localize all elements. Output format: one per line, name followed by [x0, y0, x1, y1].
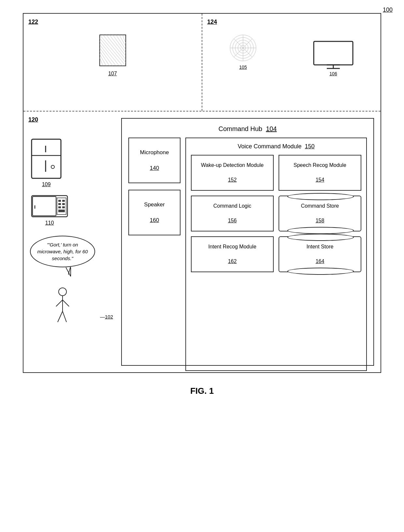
command-store-label: Command Store	[301, 202, 339, 210]
refrigerator-item: 109	[30, 138, 63, 187]
command-hub-box: Command Hub 104 Microphone 140 Speaker	[121, 118, 374, 366]
svg-line-12	[100, 48, 113, 66]
speech-text: "'Gort,' turn on microwave, high, for 60…	[37, 242, 88, 261]
ref-100: 100	[383, 7, 393, 13]
tv-ref-label: 106	[329, 71, 337, 76]
intent-recog-ref: 162	[228, 258, 237, 265]
svg-rect-29	[32, 139, 61, 178]
wakeup-label: Wake-up Detection Module	[201, 162, 264, 169]
server-rack: 107	[98, 33, 127, 77]
voice-command-module: Voice Command Module 150 Wake-up Detecti…	[185, 138, 367, 371]
microwave-ref-label: 110	[45, 220, 54, 226]
vcm-title: Voice Command Module 150	[191, 143, 361, 150]
command-store-ref: 158	[316, 217, 325, 224]
top-section: 122	[23, 14, 381, 111]
command-hub-ref: 104	[266, 125, 277, 132]
fig-label: FIG. 1	[190, 386, 214, 396]
speech-recog-ref: 154	[316, 176, 325, 184]
bubble-tail	[66, 267, 76, 277]
svg-rect-42	[58, 206, 61, 208]
intent-store-label: Intent Store	[307, 243, 334, 250]
svg-line-51	[58, 311, 63, 322]
person-figure: —102	[30, 287, 95, 326]
tv-icon	[312, 40, 354, 69]
command-logic-label: Command Logic	[213, 202, 252, 210]
speaker-device-icon	[228, 33, 258, 63]
microphone-label: Microphone	[140, 149, 169, 156]
svg-line-15	[100, 58, 103, 66]
command-hub-label-text: Command Hub	[218, 125, 262, 132]
svg-rect-38	[58, 200, 61, 202]
speaker-ref: 160	[150, 216, 159, 224]
speech-recog-label: Speech Recog Module	[294, 162, 346, 169]
svg-line-10	[100, 41, 119, 66]
tv-area: 106	[312, 40, 354, 76]
speech-recog-box: Speech Recog Module 154	[279, 155, 361, 191]
svg-line-5	[113, 35, 126, 53]
microwave-icon	[30, 194, 69, 218]
svg-rect-43	[62, 206, 65, 208]
svg-line-13	[100, 51, 109, 66]
svg-rect-35	[33, 197, 56, 216]
svg-rect-34	[32, 196, 67, 217]
command-logic-ref: 156	[228, 217, 237, 224]
command-hub-title: Command Hub 104	[128, 125, 367, 133]
svg-line-3	[106, 35, 126, 59]
speaker-device-ref: 105	[239, 65, 247, 70]
svg-point-47	[59, 288, 66, 296]
wakeup-ref: 152	[228, 176, 237, 184]
room-124: 124	[202, 14, 381, 111]
intent-recog-box: Intent Recog Module 162	[191, 236, 274, 272]
refrigerator-ref-label: 109	[42, 182, 51, 187]
command-logic-box: Command Logic 156	[191, 196, 274, 231]
server-rack-icon	[98, 33, 127, 69]
wakeup-box: Wake-up Detection Module 152	[191, 155, 274, 191]
room-122: 122	[23, 14, 202, 111]
main-diagram: 122	[23, 13, 381, 373]
intent-store-ref: 164	[316, 258, 325, 265]
vcm-grid: Wake-up Detection Module 152 Speech Reco…	[191, 155, 361, 272]
microphone-box: Microphone 140	[128, 138, 180, 183]
svg-rect-44	[58, 210, 65, 212]
speaker-device-area: 105	[228, 33, 258, 70]
svg-rect-41	[62, 203, 65, 205]
room-124-label: 124	[207, 19, 217, 25]
speaker-box: Speaker 160	[128, 190, 180, 235]
person-icon	[53, 287, 72, 326]
refrigerator-icon	[30, 138, 63, 180]
svg-rect-25	[314, 41, 353, 65]
bottom-section: 120 109	[23, 111, 381, 372]
vcm-label-text: Voice Command Module	[238, 143, 301, 150]
svg-rect-39	[62, 200, 65, 202]
svg-line-50	[63, 300, 69, 306]
speaker-label: Speaker	[144, 201, 165, 209]
speech-bubble: "'Gort,' turn on microwave, high, for 60…	[30, 236, 95, 267]
svg-point-33	[51, 165, 54, 169]
left-appliances: 109	[30, 118, 115, 366]
command-store-box: Command Store 158	[279, 196, 361, 231]
intent-recog-label: Intent Recog Module	[208, 243, 256, 250]
svg-line-52	[63, 311, 66, 322]
hub-inner: Microphone 140 Speaker 160	[128, 138, 367, 371]
intent-store-box: Intent Store 164	[279, 236, 361, 272]
room-122-label: 122	[28, 19, 38, 25]
svg-line-9	[100, 38, 123, 66]
svg-line-8	[123, 35, 126, 43]
person-area: "'Gort,' turn on microwave, high, for 60…	[30, 236, 95, 326]
microphone-ref: 140	[150, 164, 159, 172]
server-ref-label: 107	[108, 71, 117, 77]
mic-speaker-col: Microphone 140 Speaker 160	[128, 138, 180, 371]
person-ref-label: —102	[100, 314, 113, 319]
svg-line-49	[56, 300, 63, 306]
svg-line-6	[116, 35, 126, 50]
microwave-item: 110	[30, 194, 69, 226]
svg-rect-40	[58, 203, 61, 205]
svg-line-2	[103, 35, 126, 63]
vcm-ref: 150	[305, 143, 315, 150]
